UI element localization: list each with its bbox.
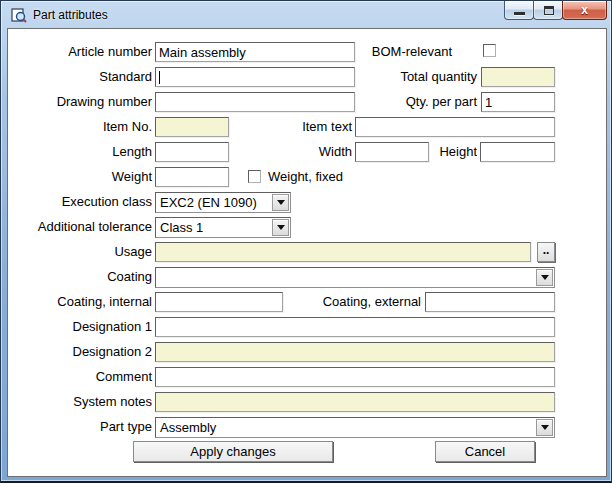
total-quantity-label: Total quantity (338, 67, 477, 87)
item-no-label: Item No. (8, 117, 152, 137)
coating-external-input[interactable] (425, 292, 555, 312)
drawing-number-input[interactable] (155, 92, 355, 112)
usage-input[interactable] (155, 242, 531, 262)
article-number-label: Article number (8, 42, 152, 62)
weight-fixed-checkbox[interactable] (248, 170, 261, 183)
window-title: Part attributes (33, 8, 108, 22)
coating-external-label: Coating, external (288, 292, 421, 312)
text-caret (159, 71, 160, 84)
additional-tolerance-dropdown-button[interactable] (272, 219, 289, 236)
weight-input[interactable] (155, 167, 229, 187)
close-button[interactable]: x (562, 1, 607, 20)
standard-label: Standard (8, 67, 152, 87)
chevron-down-icon (541, 425, 549, 430)
width-label: Width (238, 142, 352, 162)
minimize-icon (514, 12, 525, 15)
part-attributes-dialog: Part attributes x Article number BOM-rel… (0, 0, 612, 483)
system-notes-label: System notes (8, 392, 152, 412)
app-icon (11, 7, 27, 23)
length-input[interactable] (155, 142, 229, 162)
weight-label: Weight (8, 167, 152, 187)
part-type-dropdown-button[interactable] (536, 419, 553, 436)
chevron-down-icon (277, 225, 285, 230)
minimize-button[interactable] (504, 1, 534, 20)
coating-dropdown-button[interactable] (536, 269, 553, 286)
execution-class-value: EXC2 (EN 1090) (160, 195, 257, 210)
qty-per-part-label: Qty. per part (338, 92, 477, 112)
coating-internal-label: Coating, internal (8, 292, 152, 312)
qty-per-part-input[interactable] (481, 92, 555, 112)
coating-select[interactable] (155, 267, 555, 288)
execution-class-select[interactable]: EXC2 (EN 1090) (155, 192, 291, 213)
caption-buttons: x (504, 1, 607, 20)
additional-tolerance-value: Class 1 (160, 220, 203, 235)
item-text-label: Item text (238, 117, 352, 137)
usage-label: Usage (8, 242, 152, 262)
bom-relevant-label: BOM-relevant (338, 42, 452, 62)
apply-changes-button[interactable]: Apply changes (133, 441, 333, 462)
coating-label: Coating (8, 267, 152, 287)
designation1-input[interactable] (155, 317, 555, 337)
article-number-input[interactable] (155, 42, 355, 62)
length-label: Length (8, 142, 152, 162)
comment-label: Comment (8, 367, 152, 387)
execution-class-label: Execution class (8, 192, 152, 212)
item-no-input[interactable] (155, 117, 229, 137)
part-type-value: Assembly (160, 420, 216, 435)
chevron-down-icon (541, 275, 549, 280)
height-input[interactable] (480, 142, 555, 162)
width-input[interactable] (355, 142, 429, 162)
system-notes-input[interactable] (155, 392, 555, 412)
comment-input[interactable] (155, 367, 555, 387)
dialog-body: Article number BOM-relevant Standard Tot… (8, 29, 606, 476)
drawing-number-label: Drawing number (8, 92, 152, 112)
maximize-button[interactable] (533, 1, 563, 20)
designation1-label: Designation 1 (8, 317, 152, 337)
execution-class-dropdown-button[interactable] (272, 194, 289, 211)
designation2-input[interactable] (155, 342, 555, 362)
additional-tolerance-select[interactable]: Class 1 (155, 217, 291, 238)
bom-relevant-checkbox[interactable] (483, 44, 496, 57)
height-label: Height (440, 142, 477, 162)
part-type-label: Part type (8, 417, 152, 437)
additional-tolerance-label: Additional tolerance (8, 217, 152, 237)
standard-input[interactable] (155, 67, 355, 87)
total-quantity-input[interactable] (481, 67, 555, 87)
close-icon: x (563, 3, 606, 17)
maximize-icon (544, 6, 554, 15)
cancel-button[interactable]: Cancel (435, 441, 535, 462)
weight-fixed-label: Weight, fixed (268, 167, 343, 187)
coating-internal-input[interactable] (155, 292, 283, 312)
title-bar[interactable]: Part attributes x (1, 1, 611, 29)
designation2-label: Designation 2 (8, 342, 152, 362)
usage-browse-button[interactable]: .. (537, 242, 555, 262)
part-type-select[interactable]: Assembly (155, 417, 555, 438)
item-text-input[interactable] (355, 117, 555, 137)
chevron-down-icon (277, 200, 285, 205)
